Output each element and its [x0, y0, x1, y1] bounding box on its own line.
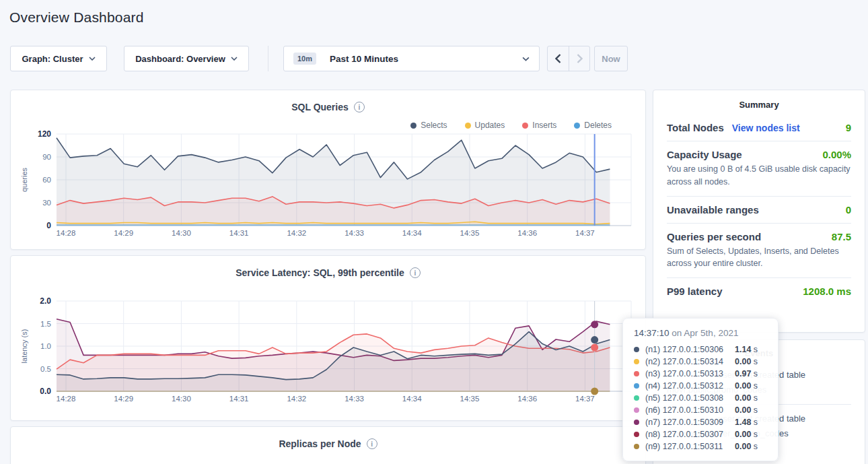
- node-color-dot-icon: [634, 432, 639, 437]
- svg-text:30: 30: [42, 199, 51, 207]
- tooltip-node-address: (n8) 127.0.0.1:50307: [645, 430, 723, 439]
- info-icon[interactable]: i: [367, 438, 377, 449]
- svg-text:2.0: 2.0: [40, 296, 51, 306]
- tooltip-row: (n1) 127.0.0.1:503061.14 s: [634, 343, 767, 356]
- capacity-usage-desc: You are using 0 B of 4.5 GiB usable disk…: [667, 163, 851, 189]
- summary-panel: Summary Total Nodes View nodes list 9 Ca…: [653, 90, 865, 333]
- tooltip-node-address: (n4) 127.0.0.1:50312: [645, 381, 723, 391]
- svg-text:14:34: 14:34: [402, 395, 422, 403]
- summary-divider: [667, 141, 851, 141]
- tooltip-row: (n5) 127.0.0.1:503080.00 s: [634, 392, 767, 404]
- latency-card: Service Latency: SQL, 99th percentile i …: [10, 255, 646, 421]
- node-color-dot-icon: [634, 395, 639, 401]
- svg-text:1.0: 1.0: [40, 342, 51, 350]
- tooltip-row: (n4) 127.0.0.1:503120.00 s: [634, 380, 767, 392]
- time-range-label: Past 10 Minutes: [330, 54, 398, 64]
- tooltip-node-value: 0.00 s: [735, 430, 767, 439]
- qps-desc: Sum of Selects, Updates, Inserts, and De…: [667, 245, 851, 271]
- summary-title: Summary: [667, 100, 851, 110]
- capacity-usage-value: 0.00%: [822, 149, 851, 160]
- time-range-dropdown[interactable]: 10m Past 10 Minutes: [283, 46, 540, 71]
- svg-text:14:34: 14:34: [402, 229, 422, 237]
- svg-text:14:31: 14:31: [229, 395, 249, 403]
- svg-text:1.5: 1.5: [40, 320, 51, 328]
- page-title: Overview Dashboard: [9, 9, 144, 26]
- node-color-dot-icon: [634, 359, 639, 364]
- replicas-title: Replicas per Node i: [11, 438, 645, 449]
- unavailable-ranges-value: 0: [846, 204, 851, 216]
- svg-text:14:35: 14:35: [460, 395, 480, 403]
- svg-text:14:28: 14:28: [57, 229, 76, 237]
- tooltip-node-address: (n5) 127.0.0.1:50308: [645, 393, 723, 403]
- svg-text:latency (s): latency (s): [20, 329, 28, 364]
- chevron-down-icon: [231, 57, 238, 61]
- view-nodes-list-link[interactable]: View nodes list: [732, 123, 800, 133]
- chevron-down-icon: [522, 57, 530, 61]
- now-button[interactable]: Now: [594, 46, 628, 71]
- replicas-card: Replicas per Node i: [10, 426, 646, 464]
- graph-dropdown[interactable]: Graph: Cluster: [10, 46, 107, 71]
- controls-divider: [268, 46, 268, 71]
- svg-text:14:32: 14:32: [287, 229, 306, 237]
- tooltip-row: (n9) 127.0.0.1:503110.00 s: [634, 440, 767, 453]
- tooltip-node-value: 0.00 s: [735, 381, 767, 391]
- svg-text:14:29: 14:29: [114, 395, 133, 403]
- summary-divider: [667, 277, 851, 278]
- summary-divider: [667, 223, 851, 224]
- node-color-dot-icon: [634, 347, 639, 352]
- svg-text:14:31: 14:31: [229, 229, 249, 237]
- svg-text:14:30: 14:30: [172, 229, 191, 237]
- tooltip-row: (n7) 127.0.0.1:503091.48 s: [634, 416, 767, 428]
- svg-text:14:35: 14:35: [460, 229, 480, 237]
- p99-latency-value: 1208.0 ms: [803, 286, 851, 297]
- svg-text:14:32: 14:32: [287, 395, 306, 403]
- svg-text:14:28: 14:28: [57, 395, 76, 403]
- tooltip-row: (n3) 127.0.0.1:503130.97 s: [634, 368, 767, 380]
- svg-text:14:36: 14:36: [517, 395, 537, 403]
- tooltip-node-value: 1.14 s: [735, 345, 767, 354]
- node-color-dot-icon: [634, 383, 639, 389]
- p99-latency-label: P99 latency: [667, 286, 723, 297]
- tooltip-node-rows: (n1) 127.0.0.1:503061.14 s(n2) 127.0.0.1…: [634, 343, 767, 453]
- svg-text:120: 120: [38, 129, 51, 139]
- tooltip-node-address: (n7) 127.0.0.1:50309: [645, 418, 723, 427]
- qps-label: Queries per second: [667, 231, 761, 242]
- tooltip-node-value: 0.97 s: [735, 369, 767, 378]
- svg-text:14:33: 14:33: [345, 229, 364, 237]
- capacity-usage-label: Capacity Usage: [667, 149, 742, 160]
- svg-text:queries: queries: [20, 167, 28, 192]
- qps-value: 87.5: [832, 231, 851, 242]
- node-color-dot-icon: [634, 420, 639, 425]
- dashboard-dropdown-label: Dashboard: Overview: [135, 54, 225, 64]
- tooltip-node-address: (n1) 127.0.0.1:50306: [645, 345, 723, 354]
- svg-text:0.5: 0.5: [40, 365, 51, 373]
- summary-divider: [667, 196, 851, 197]
- tooltip-node-address: (n9) 127.0.0.1:50311: [645, 442, 723, 451]
- latency-chart[interactable]: 0.00.51.01.52.014:2814:2914:3014:3114:32…: [11, 256, 647, 422]
- dashboard-dropdown[interactable]: Dashboard: Overview: [124, 46, 249, 71]
- tooltip-row: (n8) 127.0.0.1:503070.00 s: [634, 428, 767, 440]
- node-color-dot-icon: [634, 444, 639, 449]
- tooltip-node-value: 0.00 s: [735, 357, 767, 366]
- chevron-down-icon: [89, 57, 96, 61]
- tooltip-node-address: (n3) 127.0.0.1:50313: [645, 369, 723, 378]
- unavailable-ranges-label: Unavailable ranges: [667, 204, 759, 216]
- svg-text:0.0: 0.0: [40, 387, 51, 396]
- svg-text:14:37: 14:37: [575, 395, 595, 403]
- svg-text:14:29: 14:29: [114, 229, 133, 237]
- tooltip-node-value: 0.00 s: [735, 393, 767, 403]
- svg-text:14:30: 14:30: [172, 395, 191, 403]
- time-range-badge: 10m: [293, 53, 316, 65]
- total-nodes-label: Total Nodes: [667, 122, 724, 133]
- sql-queries-chart[interactable]: 030609012014:2814:2914:3014:3114:3214:33…: [11, 90, 647, 251]
- svg-text:0: 0: [46, 221, 51, 230]
- tooltip-row: (n6) 127.0.0.1:503100.00 s: [634, 404, 767, 416]
- total-nodes-value: 9: [846, 122, 851, 133]
- time-step-forward-button[interactable]: [569, 46, 589, 71]
- tooltip-node-value: 0.00 s: [735, 405, 767, 415]
- tooltip-node-address: (n6) 127.0.0.1:50310: [645, 405, 723, 415]
- time-step-back-button[interactable]: [548, 46, 569, 71]
- tooltip-row: (n2) 127.0.0.1:503140.00 s: [634, 356, 767, 368]
- time-step-group: [547, 46, 590, 71]
- tooltip-node-value: 0.00 s: [735, 442, 767, 451]
